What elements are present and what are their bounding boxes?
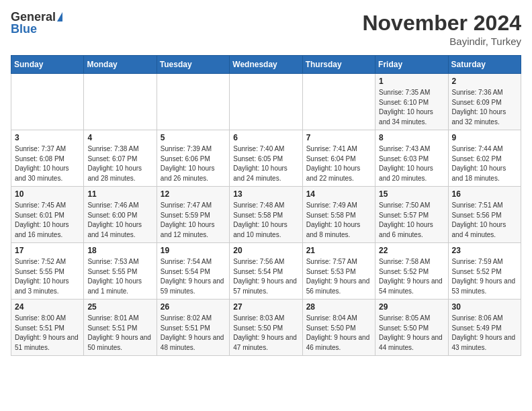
day-number: 28	[306, 302, 371, 312]
cell-info: Sunrise: 7:44 AMSunset: 6:02 PMDaylight:…	[452, 144, 517, 183]
cell-info: Sunrise: 7:56 AMSunset: 5:54 PMDaylight:…	[233, 257, 298, 296]
day-number: 20	[233, 246, 298, 255]
cell-info: Sunrise: 7:41 AMSunset: 6:04 PMDaylight:…	[306, 144, 371, 183]
calendar-cell: 9 Sunrise: 7:44 AMSunset: 6:02 PMDayligh…	[448, 130, 521, 187]
location: Bayindir, Turkey	[362, 36, 521, 47]
calendar-cell	[11, 74, 84, 130]
month-title: November 2024	[362, 11, 521, 36]
cell-info: Sunrise: 7:52 AMSunset: 5:55 PMDaylight:…	[15, 257, 80, 296]
cell-info: Sunrise: 8:00 AMSunset: 5:51 PMDaylight:…	[15, 314, 80, 353]
cell-info: Sunrise: 7:38 AMSunset: 6:07 PMDaylight:…	[87, 144, 152, 183]
calendar-cell: 24 Sunrise: 8:00 AMSunset: 5:51 PMDaylig…	[11, 300, 84, 356]
logo-triangle-icon	[57, 12, 62, 21]
cell-info: Sunrise: 7:43 AMSunset: 6:03 PMDaylight:…	[379, 144, 444, 183]
cell-info: Sunrise: 8:05 AMSunset: 5:50 PMDaylight:…	[379, 314, 444, 353]
calendar-cell: 8 Sunrise: 7:43 AMSunset: 6:03 PMDayligh…	[375, 130, 448, 187]
day-number: 3	[15, 133, 80, 142]
calendar-cell: 12 Sunrise: 7:47 AMSunset: 5:59 PMDaylig…	[157, 187, 229, 243]
cell-info: Sunrise: 8:03 AMSunset: 5:50 PMDaylight:…	[233, 314, 298, 353]
weekday-header: Saturday	[448, 56, 521, 74]
logo-general-text: General	[11, 11, 56, 23]
calendar-cell: 1 Sunrise: 7:35 AMSunset: 6:10 PMDayligh…	[375, 74, 448, 130]
calendar-cell: 22 Sunrise: 7:58 AMSunset: 5:52 PMDaylig…	[375, 243, 448, 300]
calendar-cell: 28 Sunrise: 8:04 AMSunset: 5:50 PMDaylig…	[302, 300, 375, 356]
day-number: 1	[379, 77, 444, 86]
calendar-cell: 13 Sunrise: 7:48 AMSunset: 5:58 PMDaylig…	[230, 187, 302, 243]
day-number: 9	[452, 133, 517, 142]
day-number: 15	[379, 189, 444, 199]
logo-blue-text: Blue	[11, 23, 37, 35]
cell-info: Sunrise: 8:02 AMSunset: 5:51 PMDaylight:…	[161, 314, 226, 353]
calendar-cell: 14 Sunrise: 7:49 AMSunset: 5:58 PMDaylig…	[302, 187, 375, 243]
day-number: 18	[87, 246, 152, 255]
calendar-week-row: 24 Sunrise: 8:00 AMSunset: 5:51 PMDaylig…	[11, 300, 521, 356]
calendar-header: SundayMondayTuesdayWednesdayThursdayFrid…	[11, 56, 521, 74]
day-number: 6	[233, 133, 298, 142]
day-number: 25	[87, 302, 152, 312]
day-number: 17	[15, 246, 80, 255]
cell-info: Sunrise: 7:37 AMSunset: 6:08 PMDaylight:…	[15, 144, 80, 183]
calendar-cell: 11 Sunrise: 7:46 AMSunset: 6:00 PMDaylig…	[84, 187, 157, 243]
day-number: 4	[87, 133, 152, 142]
day-number: 12	[161, 189, 226, 199]
day-number: 22	[379, 246, 444, 255]
calendar-cell: 4 Sunrise: 7:38 AMSunset: 6:07 PMDayligh…	[84, 130, 157, 187]
calendar-cell: 21 Sunrise: 7:57 AMSunset: 5:53 PMDaylig…	[302, 243, 375, 300]
calendar-cell: 18 Sunrise: 7:53 AMSunset: 5:55 PMDaylig…	[84, 243, 157, 300]
cell-info: Sunrise: 7:54 AMSunset: 5:54 PMDaylight:…	[161, 257, 226, 296]
calendar-cell: 2 Sunrise: 7:36 AMSunset: 6:09 PMDayligh…	[448, 74, 521, 130]
calendar-week-row: 1 Sunrise: 7:35 AMSunset: 6:10 PMDayligh…	[11, 74, 521, 130]
calendar-cell: 23 Sunrise: 7:59 AMSunset: 5:52 PMDaylig…	[448, 243, 521, 300]
day-number: 10	[15, 189, 80, 199]
day-number: 26	[161, 302, 226, 312]
weekday-header: Thursday	[302, 56, 375, 74]
weekday-header: Friday	[375, 56, 448, 74]
day-number: 8	[379, 133, 444, 142]
cell-info: Sunrise: 7:57 AMSunset: 5:53 PMDaylight:…	[306, 257, 371, 296]
calendar-cell: 26 Sunrise: 8:02 AMSunset: 5:51 PMDaylig…	[157, 300, 229, 356]
day-number: 21	[306, 246, 371, 255]
cell-info: Sunrise: 7:48 AMSunset: 5:58 PMDaylight:…	[233, 201, 298, 240]
cell-info: Sunrise: 7:36 AMSunset: 6:09 PMDaylight:…	[452, 88, 517, 127]
day-number: 16	[452, 189, 517, 199]
calendar-week-row: 10 Sunrise: 7:45 AMSunset: 6:01 PMDaylig…	[11, 187, 521, 243]
day-number: 30	[452, 302, 517, 312]
calendar-cell: 7 Sunrise: 7:41 AMSunset: 6:04 PMDayligh…	[302, 130, 375, 187]
cell-info: Sunrise: 7:39 AMSunset: 6:06 PMDaylight:…	[161, 144, 226, 183]
cell-info: Sunrise: 7:40 AMSunset: 6:05 PMDaylight:…	[233, 144, 298, 183]
weekday-header: Sunday	[11, 56, 84, 74]
cell-info: Sunrise: 7:46 AMSunset: 6:00 PMDaylight:…	[87, 201, 152, 240]
weekday-header: Tuesday	[157, 56, 229, 74]
calendar-cell: 20 Sunrise: 7:56 AMSunset: 5:54 PMDaylig…	[230, 243, 302, 300]
page-header: General Blue November 2024 Bayindir, Tur…	[11, 11, 521, 47]
cell-info: Sunrise: 7:49 AMSunset: 5:58 PMDaylight:…	[306, 201, 371, 240]
calendar-cell: 25 Sunrise: 8:01 AMSunset: 5:51 PMDaylig…	[84, 300, 157, 356]
title-area: November 2024 Bayindir, Turkey	[362, 11, 521, 47]
day-number: 7	[306, 133, 371, 142]
calendar-cell	[230, 74, 302, 130]
cell-info: Sunrise: 7:45 AMSunset: 6:01 PMDaylight:…	[15, 201, 80, 240]
day-number: 19	[161, 246, 226, 255]
cell-info: Sunrise: 7:53 AMSunset: 5:55 PMDaylight:…	[87, 257, 152, 296]
calendar-cell: 10 Sunrise: 7:45 AMSunset: 6:01 PMDaylig…	[11, 187, 84, 243]
calendar-week-row: 17 Sunrise: 7:52 AMSunset: 5:55 PMDaylig…	[11, 243, 521, 300]
weekday-header: Monday	[84, 56, 157, 74]
calendar-cell: 6 Sunrise: 7:40 AMSunset: 6:05 PMDayligh…	[230, 130, 302, 187]
calendar-cell: 17 Sunrise: 7:52 AMSunset: 5:55 PMDaylig…	[11, 243, 84, 300]
calendar-table: SundayMondayTuesdayWednesdayThursdayFrid…	[11, 55, 521, 356]
day-number: 5	[161, 133, 226, 142]
cell-info: Sunrise: 7:59 AMSunset: 5:52 PMDaylight:…	[452, 257, 517, 296]
calendar-body: 1 Sunrise: 7:35 AMSunset: 6:10 PMDayligh…	[11, 74, 521, 356]
day-number: 13	[233, 189, 298, 199]
day-number: 2	[452, 77, 517, 86]
calendar-cell: 3 Sunrise: 7:37 AMSunset: 6:08 PMDayligh…	[11, 130, 84, 187]
calendar-cell: 16 Sunrise: 7:51 AMSunset: 5:56 PMDaylig…	[448, 187, 521, 243]
day-number: 24	[15, 302, 80, 312]
cell-info: Sunrise: 7:51 AMSunset: 5:56 PMDaylight:…	[452, 201, 517, 240]
calendar-cell: 29 Sunrise: 8:05 AMSunset: 5:50 PMDaylig…	[375, 300, 448, 356]
calendar-cell: 15 Sunrise: 7:50 AMSunset: 5:57 PMDaylig…	[375, 187, 448, 243]
cell-info: Sunrise: 8:06 AMSunset: 5:49 PMDaylight:…	[452, 314, 517, 353]
calendar-cell	[84, 74, 157, 130]
day-number: 11	[87, 189, 152, 199]
cell-info: Sunrise: 8:04 AMSunset: 5:50 PMDaylight:…	[306, 314, 371, 353]
